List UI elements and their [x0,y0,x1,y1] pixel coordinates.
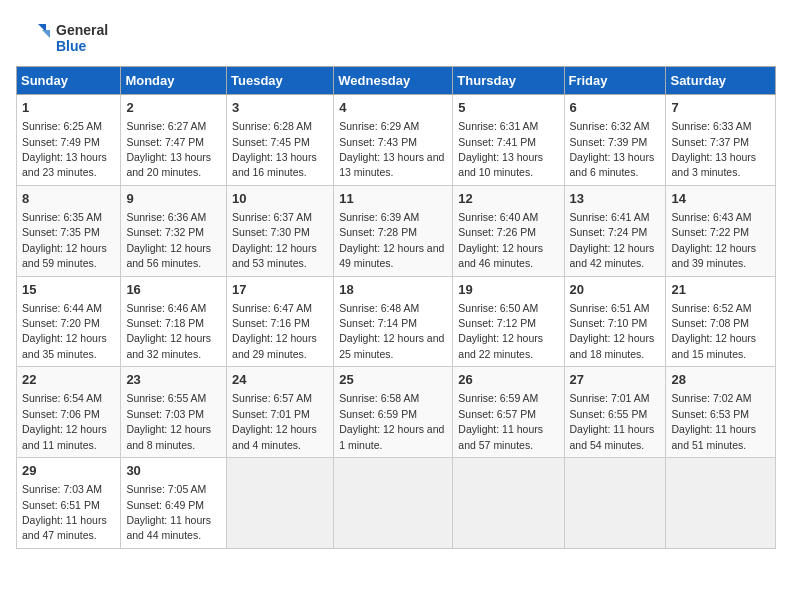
sunrise-info: Sunrise: 6:27 AM [126,120,206,132]
table-row: 15 Sunrise: 6:44 AM Sunset: 7:20 PM Dayl… [17,276,121,367]
day-number: 8 [22,190,115,208]
sunrise-info: Sunrise: 6:43 AM [671,211,751,223]
sunrise-info: Sunrise: 6:33 AM [671,120,751,132]
daylight-info: Daylight: 12 hours and 53 minutes. [232,242,317,269]
day-number: 6 [570,99,661,117]
table-row: 28 Sunrise: 7:02 AM Sunset: 6:53 PM Dayl… [666,367,776,458]
sunset-info: Sunset: 7:49 PM [22,136,100,148]
day-number: 29 [22,462,115,480]
table-row: 8 Sunrise: 6:35 AM Sunset: 7:35 PM Dayli… [17,185,121,276]
sunset-info: Sunset: 7:28 PM [339,226,417,238]
day-number: 21 [671,281,770,299]
day-number: 17 [232,281,328,299]
day-number: 28 [671,371,770,389]
daylight-info: Daylight: 12 hours and 4 minutes. [232,423,317,450]
daylight-info: Daylight: 13 hours and 16 minutes. [232,151,317,178]
daylight-info: Daylight: 12 hours and 56 minutes. [126,242,211,269]
table-row: 16 Sunrise: 6:46 AM Sunset: 7:18 PM Dayl… [121,276,227,367]
sunset-info: Sunset: 7:20 PM [22,317,100,329]
sunset-info: Sunset: 7:35 PM [22,226,100,238]
sunrise-info: Sunrise: 6:36 AM [126,211,206,223]
sunset-info: Sunset: 7:12 PM [458,317,536,329]
table-row: 25 Sunrise: 6:58 AM Sunset: 6:59 PM Dayl… [334,367,453,458]
daylight-info: Daylight: 12 hours and 35 minutes. [22,332,107,359]
sunset-info: Sunset: 7:45 PM [232,136,310,148]
day-number: 2 [126,99,221,117]
sunrise-info: Sunrise: 6:58 AM [339,392,419,404]
weekday-header-thursday: Thursday [453,67,564,95]
daylight-info: Daylight: 11 hours and 44 minutes. [126,514,211,541]
sunrise-info: Sunrise: 6:35 AM [22,211,102,223]
day-number: 5 [458,99,558,117]
table-row: 17 Sunrise: 6:47 AM Sunset: 7:16 PM Dayl… [227,276,334,367]
daylight-info: Daylight: 12 hours and 15 minutes. [671,332,756,359]
sunset-info: Sunset: 6:57 PM [458,408,536,420]
sunrise-info: Sunrise: 7:01 AM [570,392,650,404]
weekday-header-monday: Monday [121,67,227,95]
daylight-info: Daylight: 11 hours and 47 minutes. [22,514,107,541]
sunset-info: Sunset: 7:37 PM [671,136,749,148]
day-number: 16 [126,281,221,299]
daylight-info: Daylight: 13 hours and 10 minutes. [458,151,543,178]
table-row: 14 Sunrise: 6:43 AM Sunset: 7:22 PM Dayl… [666,185,776,276]
table-row: 5 Sunrise: 6:31 AM Sunset: 7:41 PM Dayli… [453,95,564,186]
sunrise-info: Sunrise: 6:55 AM [126,392,206,404]
table-row [227,458,334,549]
daylight-info: Daylight: 11 hours and 51 minutes. [671,423,756,450]
sunrise-info: Sunrise: 7:02 AM [671,392,751,404]
sunset-info: Sunset: 7:30 PM [232,226,310,238]
logo: General Blue [16,20,108,56]
daylight-info: Daylight: 12 hours and 46 minutes. [458,242,543,269]
sunrise-info: Sunrise: 6:46 AM [126,302,206,314]
sunset-info: Sunset: 7:14 PM [339,317,417,329]
weekday-header-saturday: Saturday [666,67,776,95]
sunrise-info: Sunrise: 6:37 AM [232,211,312,223]
sunrise-info: Sunrise: 6:50 AM [458,302,538,314]
day-number: 24 [232,371,328,389]
day-number: 12 [458,190,558,208]
daylight-info: Daylight: 13 hours and 20 minutes. [126,151,211,178]
sunrise-info: Sunrise: 6:25 AM [22,120,102,132]
daylight-info: Daylight: 12 hours and 1 minute. [339,423,444,450]
daylight-info: Daylight: 13 hours and 3 minutes. [671,151,756,178]
table-row: 3 Sunrise: 6:28 AM Sunset: 7:45 PM Dayli… [227,95,334,186]
table-row: 24 Sunrise: 6:57 AM Sunset: 7:01 PM Dayl… [227,367,334,458]
table-row: 9 Sunrise: 6:36 AM Sunset: 7:32 PM Dayli… [121,185,227,276]
sunrise-info: Sunrise: 6:48 AM [339,302,419,314]
sunrise-info: Sunrise: 7:03 AM [22,483,102,495]
sunrise-info: Sunrise: 6:59 AM [458,392,538,404]
sunrise-info: Sunrise: 6:40 AM [458,211,538,223]
logo-graphic [16,20,52,56]
logo-blue-text: Blue [56,38,108,54]
daylight-info: Daylight: 12 hours and 11 minutes. [22,423,107,450]
sunset-info: Sunset: 6:55 PM [570,408,648,420]
table-row: 10 Sunrise: 6:37 AM Sunset: 7:30 PM Dayl… [227,185,334,276]
sunrise-info: Sunrise: 6:32 AM [570,120,650,132]
daylight-info: Daylight: 12 hours and 59 minutes. [22,242,107,269]
table-row: 4 Sunrise: 6:29 AM Sunset: 7:43 PM Dayli… [334,95,453,186]
table-row: 13 Sunrise: 6:41 AM Sunset: 7:24 PM Dayl… [564,185,666,276]
sunrise-info: Sunrise: 7:05 AM [126,483,206,495]
day-number: 18 [339,281,447,299]
sunset-info: Sunset: 7:10 PM [570,317,648,329]
daylight-info: Daylight: 12 hours and 22 minutes. [458,332,543,359]
day-number: 14 [671,190,770,208]
day-number: 19 [458,281,558,299]
table-row: 7 Sunrise: 6:33 AM Sunset: 7:37 PM Dayli… [666,95,776,186]
table-row [666,458,776,549]
sunset-info: Sunset: 7:22 PM [671,226,749,238]
sunrise-info: Sunrise: 6:54 AM [22,392,102,404]
day-number: 10 [232,190,328,208]
sunset-info: Sunset: 7:26 PM [458,226,536,238]
sunset-info: Sunset: 7:32 PM [126,226,204,238]
table-row: 22 Sunrise: 6:54 AM Sunset: 7:06 PM Dayl… [17,367,121,458]
sunrise-info: Sunrise: 6:28 AM [232,120,312,132]
table-row: 6 Sunrise: 6:32 AM Sunset: 7:39 PM Dayli… [564,95,666,186]
sunrise-info: Sunrise: 6:47 AM [232,302,312,314]
day-number: 23 [126,371,221,389]
day-number: 9 [126,190,221,208]
daylight-info: Daylight: 12 hours and 39 minutes. [671,242,756,269]
daylight-info: Daylight: 13 hours and 13 minutes. [339,151,444,178]
day-number: 26 [458,371,558,389]
sunrise-info: Sunrise: 6:57 AM [232,392,312,404]
